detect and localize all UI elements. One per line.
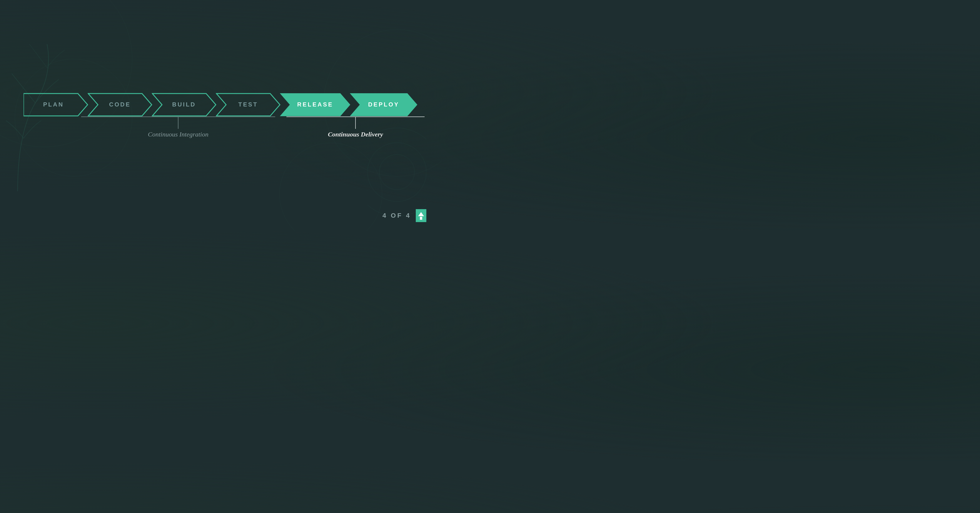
- step-release: RELEASE: [280, 93, 350, 116]
- pipeline-row: PLAN CODE BUILD TEST: [24, 93, 417, 116]
- step-deploy-label: DEPLOY: [355, 101, 413, 108]
- step-deploy: DEPLOY: [350, 93, 417, 116]
- labels-section: Continuous Integration Continuous Delive…: [16, 116, 425, 138]
- step-test: TEST: [216, 93, 280, 116]
- step-plan-label: PLAN: [24, 101, 83, 108]
- step-release-label: RELEASE: [285, 101, 346, 108]
- main-content: PLAN CODE BUILD TEST: [0, 0, 441, 231]
- ci-label: Continuous Integration: [148, 131, 208, 138]
- ci-group: Continuous Integration: [81, 116, 275, 138]
- step-build-label: BUILD: [156, 101, 212, 108]
- step-build: BUILD: [152, 93, 216, 116]
- step-code-label: CODE: [92, 101, 148, 108]
- step-test-label: TEST: [221, 101, 276, 108]
- cd-group: Continuous Delivery: [286, 116, 425, 138]
- step-plan: PLAN: [24, 93, 88, 116]
- step-code: CODE: [88, 93, 152, 116]
- cd-label: Continuous Delivery: [328, 131, 383, 138]
- pipeline-wrapper: PLAN CODE BUILD TEST: [16, 93, 425, 138]
